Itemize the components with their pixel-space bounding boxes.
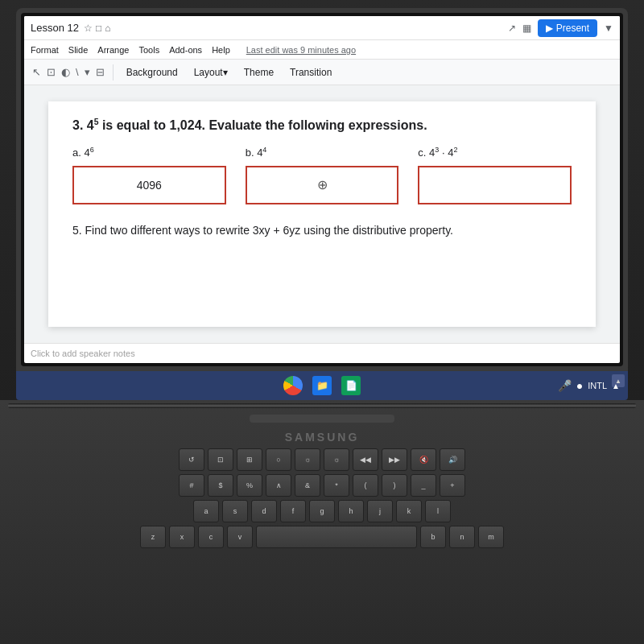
key-caret[interactable]: ∧	[266, 474, 291, 497]
key-brightness-down[interactable]: ☼	[295, 448, 320, 471]
wifi-icon[interactable]: ●	[576, 379, 583, 392]
title-left: Lesson 12 ☆ □ ⌂	[31, 22, 111, 34]
slide-area: 3. 45 is equal to 1,024. Evaluate the fo…	[24, 85, 620, 343]
menu-tools[interactable]: Tools	[138, 45, 159, 55]
present-label: Present	[556, 23, 589, 34]
laptop-shell: Lesson 12 ☆ □ ⌂ ↗ ▦ ▶ Present	[0, 0, 644, 644]
key-vol-up[interactable]: 🔊	[440, 448, 465, 471]
key-ampersand[interactable]: &	[295, 474, 320, 497]
files-icon-symbol: 📁	[316, 380, 328, 391]
paint-icon[interactable]: ◐	[60, 64, 72, 80]
key-next-track[interactable]: ▶▶	[382, 448, 407, 471]
key-m[interactable]: m	[478, 526, 504, 548]
transition-button[interactable]: Transition	[283, 65, 338, 80]
key-k[interactable]: k	[396, 500, 422, 522]
menu-help[interactable]: Help	[212, 45, 230, 55]
slides-app: Lesson 12 ☆ □ ⌂ ↗ ▦ ▶ Present	[24, 16, 620, 363]
signal-icon[interactable]: ▲	[612, 382, 620, 390]
chart-icon[interactable]: ↗	[508, 23, 516, 34]
key-b[interactable]: b	[420, 526, 446, 548]
key-mute[interactable]: 🔇	[411, 448, 436, 471]
key-z[interactable]: z	[140, 526, 166, 548]
key-a[interactable]: a	[193, 500, 219, 522]
menu-format[interactable]: Format	[31, 45, 59, 55]
key-overview[interactable]: ○	[266, 448, 291, 471]
key-tab[interactable]: ⊡	[208, 448, 233, 471]
line-icon[interactable]: \	[74, 64, 80, 80]
star-icon[interactable]: ☆	[84, 23, 93, 34]
key-row-home: a s d f g h j k l	[29, 500, 615, 522]
layout-button[interactable]: Layout▾	[188, 65, 234, 80]
question3-title: 3. 45 is equal to 1,024. Evaluate the fo…	[72, 118, 572, 133]
screen-area: Lesson 12 ☆ □ ⌂ ↗ ▦ ▶ Present	[16, 8, 628, 371]
docs-icon[interactable]: 📄	[341, 376, 361, 395]
menu-bar: Format Slide Arrange Tools Add-ons Help …	[24, 40, 620, 60]
last-edit-text[interactable]: Last edit was 9 minutes ago	[246, 45, 356, 55]
frame-icon[interactable]: ⊡	[45, 64, 57, 80]
image-icon[interactable]: ⊟	[94, 64, 106, 80]
chrome-icon[interactable]	[283, 376, 303, 395]
key-n[interactable]: n	[449, 526, 475, 548]
folder-icon[interactable]: □	[96, 23, 101, 34]
dropdown-icon[interactable]: ▼	[604, 23, 613, 34]
keyboard: ↺ ⊡ ⊞ ○ ☼ ☼ ◀◀ ▶▶ 🔇 🔊 # $ % ∧ & * ( )	[24, 444, 620, 553]
answer-box-a[interactable]: 4096	[72, 166, 226, 204]
key-brightness-up[interactable]: ☼	[324, 448, 349, 471]
key-underscore[interactable]: _	[411, 474, 436, 497]
toolbar-divider	[113, 64, 114, 80]
key-v[interactable]: v	[227, 526, 253, 548]
layout-dropdown-icon: ▾	[223, 67, 228, 78]
menu-addons[interactable]: Add-ons	[169, 45, 202, 55]
document-title: Lesson 12	[31, 22, 79, 34]
mic-icon[interactable]: 🎤	[558, 379, 572, 392]
expression-col-b: b. 44 ⊕	[246, 146, 399, 204]
menu-slide[interactable]: Slide	[68, 45, 88, 55]
key-row-numbers: # $ % ∧ & * ( ) _ +	[29, 474, 615, 497]
dropdown2-icon[interactable]: ▾	[83, 64, 92, 80]
speaker-notes[interactable]: Click to add speaker notes	[24, 343, 620, 363]
cloud-icon[interactable]: ⌂	[105, 23, 110, 34]
key-percent[interactable]: %	[237, 474, 262, 497]
key-rparen[interactable]: )	[382, 474, 407, 497]
key-dollar[interactable]: $	[208, 474, 233, 497]
key-space[interactable]	[256, 526, 417, 548]
taskbar-right: 🎤 ● INTL ▲	[558, 379, 620, 392]
key-row-bottom: z x c v b n m	[29, 526, 615, 548]
key-c[interactable]: c	[198, 526, 224, 548]
taskbar: ▲ 📁 📄 🎤 ● INTL ▲	[16, 371, 628, 400]
key-row-fn: ↺ ⊡ ⊞ ○ ☼ ☼ ◀◀ ▶▶ 🔇 🔊	[29, 448, 615, 471]
key-f[interactable]: f	[280, 500, 306, 522]
key-g[interactable]: g	[309, 500, 335, 522]
title-bar: Lesson 12 ☆ □ ⌂ ↗ ▦ ▶ Present	[24, 16, 620, 40]
key-j[interactable]: j	[367, 500, 393, 522]
layout-label: Layout	[194, 67, 223, 78]
answer-box-c[interactable]	[418, 166, 572, 204]
cursor-cross-icon: ⊕	[317, 177, 328, 192]
background-button[interactable]: Background	[120, 65, 184, 80]
present-button[interactable]: ▶ Present	[538, 19, 597, 37]
expr-label-a: a. 46	[72, 146, 226, 159]
key-prev-track[interactable]: ◀◀	[353, 448, 378, 471]
key-lparen[interactable]: (	[353, 474, 378, 497]
theme-button[interactable]: Theme	[237, 65, 280, 80]
title-right: ↗ ▦ ▶ Present ▼	[508, 19, 613, 37]
grid-icon[interactable]: ▦	[522, 23, 531, 34]
key-l[interactable]: l	[425, 500, 451, 522]
key-fullscreen[interactable]: ⊞	[237, 448, 262, 471]
key-d[interactable]: d	[251, 500, 277, 522]
menu-arrange[interactable]: Arrange	[97, 45, 129, 55]
key-hash[interactable]: #	[179, 474, 204, 497]
key-s[interactable]: s	[222, 500, 248, 522]
question5-text: 5. Find two different ways to rewrite 3x…	[72, 224, 572, 237]
hinge-bar	[8, 403, 636, 408]
key-plus[interactable]: +	[440, 474, 465, 497]
key-x[interactable]: x	[169, 526, 195, 548]
cursor-icon[interactable]: ↖	[31, 64, 43, 80]
key-h[interactable]: h	[338, 500, 364, 522]
touchpad[interactable]	[250, 415, 394, 423]
laptop-body: SAMSUNG ↺ ⊡ ⊞ ○ ☼ ☼ ◀◀ ▶▶ 🔇 🔊 # $ % ∧	[0, 400, 644, 644]
key-refresh[interactable]: ↺	[179, 448, 204, 471]
key-asterisk[interactable]: *	[324, 474, 349, 497]
files-icon[interactable]: 📁	[312, 376, 332, 395]
answer-box-b[interactable]: ⊕	[246, 166, 399, 204]
